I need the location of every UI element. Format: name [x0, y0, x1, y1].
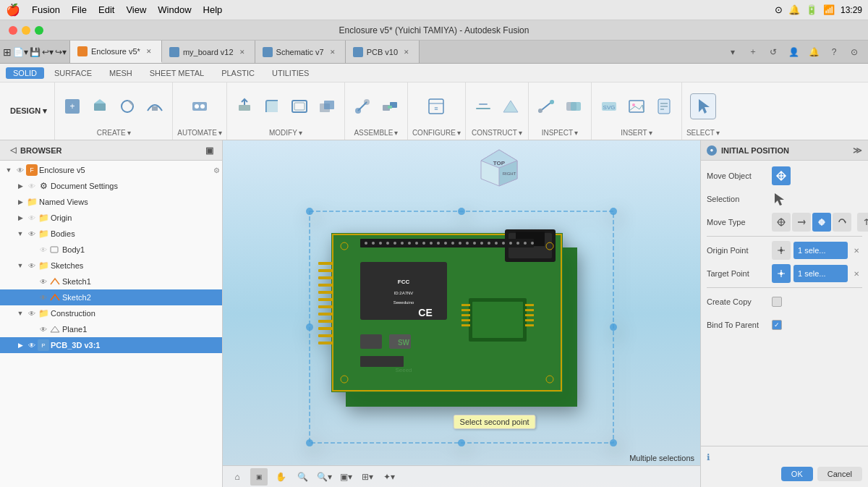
- tab-enclosure[interactable]: Enclosure v5* ✕: [70, 41, 162, 63]
- origin-expand-icon[interactable]: ▶: [14, 212, 26, 224]
- configure-label[interactable]: CONFIGURE▾: [412, 129, 461, 137]
- tab-utilities[interactable]: UTILITIES: [265, 67, 316, 79]
- revolve-icon[interactable]: [114, 93, 140, 119]
- zoom-dropdown-icon[interactable]: 🔍▾: [315, 468, 333, 486]
- display-mode-icon[interactable]: ▣▾: [337, 468, 354, 486]
- move-rotate-btn[interactable]: [833, 213, 851, 232]
- automate-icon[interactable]: [187, 93, 213, 119]
- construct-label[interactable]: CONSTRUCT▾: [472, 129, 522, 137]
- tree-body1[interactable]: 👁 Body1: [0, 242, 222, 258]
- body1-visibility-icon[interactable]: 👁: [38, 244, 49, 255]
- close-button[interactable]: [9, 26, 17, 35]
- construction-visibility-icon[interactable]: 👁: [26, 308, 38, 319]
- insert-image-icon[interactable]: [624, 93, 650, 119]
- tab-mesh[interactable]: MESH: [102, 67, 140, 79]
- root-settings-icon[interactable]: ⚙: [210, 164, 222, 176]
- redo-icon[interactable]: ↪▾: [55, 47, 67, 57]
- menu-edit[interactable]: Edit: [98, 4, 114, 15]
- menu-fusion[interactable]: Fusion: [32, 4, 60, 15]
- tab-pcb-close[interactable]: ✕: [401, 47, 412, 57]
- tree-sketch1[interactable]: 👁 Sketch1: [0, 274, 222, 289]
- refresh-icon[interactable]: ↺: [765, 44, 781, 60]
- undo-icon[interactable]: ↩▾: [42, 47, 54, 57]
- chevron-down-icon[interactable]: ▾: [725, 44, 741, 60]
- bind-parent-checkbox[interactable]: ✓: [772, 320, 782, 330]
- menu-file[interactable]: File: [72, 4, 87, 15]
- combine-icon[interactable]: [314, 93, 340, 119]
- sketches-expand-icon[interactable]: ▼: [14, 260, 26, 271]
- insert-mcad-icon[interactable]: SVG: [596, 93, 622, 119]
- new-tab-button[interactable]: ＋: [745, 44, 761, 60]
- root-visibility-icon[interactable]: 👁: [14, 164, 26, 176]
- target-point-icon-btn[interactable]: [772, 264, 791, 283]
- pcb3d-expand-icon[interactable]: ▶: [14, 339, 26, 351]
- rp-expand-icon[interactable]: ≫: [853, 145, 862, 156]
- tree-doc-settings[interactable]: ▶ 👁 ⚙ Document Settings: [0, 178, 222, 194]
- user-icon[interactable]: 👤: [786, 44, 801, 60]
- new-doc-icon[interactable]: 📄▾: [13, 47, 28, 57]
- maximize-button[interactable]: [35, 26, 43, 35]
- tab-plastic[interactable]: PLASTIC: [214, 67, 262, 79]
- menu-view[interactable]: View: [126, 4, 146, 15]
- plane1-visibility-icon[interactable]: 👁: [38, 323, 49, 335]
- modify-label[interactable]: MODIFY▾: [269, 129, 302, 137]
- new-component-icon[interactable]: +: [59, 93, 85, 119]
- shell-icon[interactable]: [286, 93, 312, 119]
- target-point-clear-btn[interactable]: ✕: [851, 268, 862, 279]
- notification-bell-icon[interactable]: 🔔: [806, 44, 822, 60]
- tab-myboard[interactable]: my_board v12 ✕: [162, 41, 255, 63]
- sweep-icon[interactable]: [142, 93, 168, 119]
- tab-pcb[interactable]: PCB v10 ✕: [346, 41, 420, 63]
- help-icon[interactable]: ?: [826, 44, 842, 60]
- notification-icon[interactable]: 🔔: [788, 4, 800, 15]
- inspect-label[interactable]: INSPECT▾: [542, 129, 578, 137]
- move-point-btn[interactable]: [812, 213, 831, 232]
- save-icon[interactable]: 💾: [30, 47, 41, 57]
- sketch2-visibility-icon[interactable]: 👁: [38, 292, 49, 303]
- tree-pcb3d[interactable]: ▶ 👁 P PCB_3D v3:1: [0, 337, 222, 353]
- target-point-select[interactable]: 1 sele...: [793, 265, 848, 282]
- tab-enclosure-close[interactable]: ✕: [144, 46, 154, 56]
- tab-surface[interactable]: SURFACE: [47, 67, 99, 79]
- tab-schematic-close[interactable]: ✕: [328, 47, 338, 57]
- construction-expand-icon[interactable]: ▼: [14, 308, 26, 319]
- zoom-icon[interactable]: 🔍: [294, 468, 311, 486]
- design-button[interactable]: DESIGN ▾: [3, 82, 55, 140]
- origin-point-clear-btn[interactable]: ✕: [851, 245, 862, 256]
- move-free-btn[interactable]: [772, 213, 791, 232]
- tree-sketches[interactable]: ▼ 👁 📁 Sketches: [0, 258, 222, 274]
- pan-icon[interactable]: ✋: [272, 468, 289, 486]
- automate-label[interactable]: AUTOMATE▾: [177, 129, 222, 137]
- configure-icon[interactable]: ≡: [423, 93, 449, 119]
- joint-icon[interactable]: [349, 93, 375, 119]
- menu-window[interactable]: Window: [158, 4, 191, 15]
- tree-root[interactable]: ▼ 👁 F Enclosure v5 ⚙: [0, 162, 222, 178]
- tab-sheetmetal[interactable]: SHEET METAL: [142, 67, 211, 79]
- origin-point-icon-btn[interactable]: [772, 241, 791, 260]
- extrude-icon[interactable]: [87, 93, 113, 119]
- account-circle-icon[interactable]: ⊙: [846, 44, 862, 60]
- effects-icon[interactable]: ✦▾: [380, 468, 398, 486]
- grid-icon[interactable]: ⊞▾: [359, 468, 376, 486]
- tree-bodies[interactable]: ▼ 👁 📁 Bodies: [0, 226, 222, 242]
- bodies-visibility-icon[interactable]: 👁: [26, 228, 38, 240]
- sketches-visibility-icon[interactable]: 👁: [26, 260, 38, 271]
- origin-visibility-icon[interactable]: 👁: [26, 212, 38, 224]
- pcb3d-visibility-icon[interactable]: 👁: [26, 339, 38, 351]
- doc-visibility-icon[interactable]: 👁: [26, 180, 38, 192]
- move-object-btn[interactable]: [772, 166, 791, 185]
- browser-collapse-icon[interactable]: ▣: [202, 143, 216, 158]
- bodies-expand-icon[interactable]: ▼: [14, 228, 26, 240]
- named-views-expand-icon[interactable]: ▶: [14, 196, 26, 208]
- orientation-cube[interactable]: TOP RIGHT: [477, 146, 521, 190]
- doc-expand-icon[interactable]: ▶: [14, 180, 26, 192]
- root-expand-icon[interactable]: ▼: [3, 164, 14, 176]
- control-center-icon[interactable]: ⊙: [775, 4, 783, 15]
- move-axis-btn[interactable]: [792, 213, 811, 232]
- select-icon[interactable]: [690, 93, 716, 119]
- offset-plane-icon[interactable]: [470, 93, 496, 119]
- decal-icon[interactable]: [651, 93, 677, 119]
- midplane-icon[interactable]: [498, 93, 524, 119]
- press-pull-icon[interactable]: [231, 93, 258, 119]
- tree-origin[interactable]: ▶ 👁 📁 Origin: [0, 210, 222, 226]
